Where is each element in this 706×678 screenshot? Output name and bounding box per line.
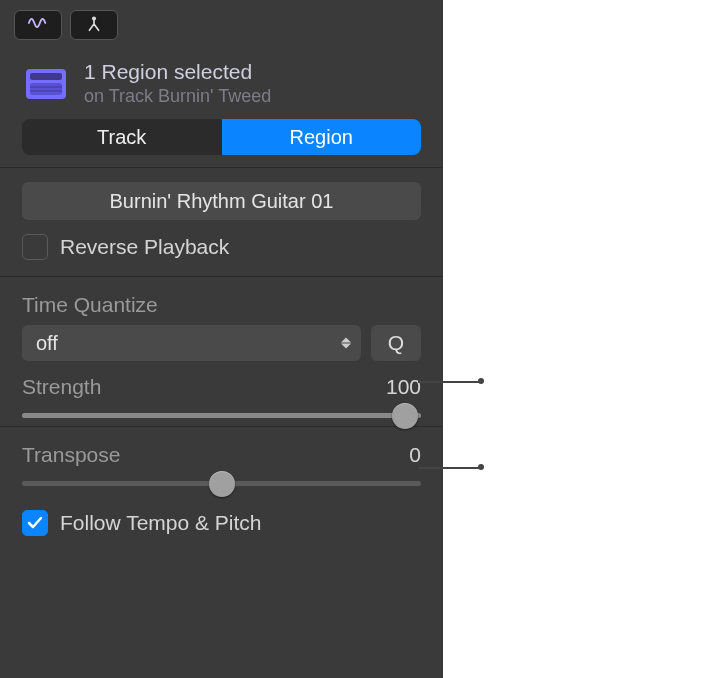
inspector-panel: 1 Region selected on Track Burnin' Tweed…	[0, 0, 443, 678]
follow-tempo-pitch-checkbox[interactable]	[22, 510, 48, 536]
strength-slider[interactable]	[22, 413, 421, 418]
tab-region[interactable]: Region	[222, 119, 422, 155]
time-quantize-value: off	[36, 332, 58, 355]
scissors-icon	[83, 14, 105, 36]
region-header: 1 Region selected on Track Burnin' Tweed	[0, 48, 443, 115]
quantize-button[interactable]: Q	[371, 325, 421, 361]
callout-dot	[478, 378, 484, 384]
transpose-slider[interactable]	[22, 481, 421, 486]
svg-rect-3	[30, 83, 62, 95]
tab-track[interactable]: Track	[22, 119, 222, 155]
strength-value[interactable]: 100	[386, 375, 421, 399]
header-subtitle: on Track Burnin' Tweed	[84, 86, 421, 107]
reverse-playback-checkbox[interactable]	[22, 234, 48, 260]
top-toolbar	[0, 0, 443, 48]
follow-tempo-pitch-label: Follow Tempo & Pitch	[60, 511, 262, 535]
region-name-field[interactable]: Burnin' Rhythm Guitar 01	[22, 182, 421, 220]
strength-label: Strength	[22, 375, 101, 399]
track-region-toggle[interactable]: Track Region	[22, 119, 421, 155]
header-title: 1 Region selected	[84, 60, 421, 84]
transpose-label: Transpose	[22, 443, 120, 467]
amp-icon	[22, 63, 70, 105]
tab-button-a[interactable]	[14, 10, 62, 40]
strength-slider-thumb[interactable]	[392, 403, 418, 429]
reverse-playback-label: Reverse Playback	[60, 235, 229, 259]
tab-button-b[interactable]	[70, 10, 118, 40]
callout-line	[418, 381, 480, 383]
chevron-updown-icon	[341, 338, 351, 349]
time-quantize-select[interactable]: off	[22, 325, 361, 361]
callout-dot	[478, 464, 484, 470]
svg-rect-2	[30, 73, 62, 80]
callout-line	[418, 467, 480, 469]
transpose-slider-thumb[interactable]	[209, 471, 235, 497]
transpose-value[interactable]: 0	[409, 443, 421, 467]
time-quantize-label: Time Quantize	[22, 293, 421, 317]
waveform-icon	[27, 14, 49, 36]
